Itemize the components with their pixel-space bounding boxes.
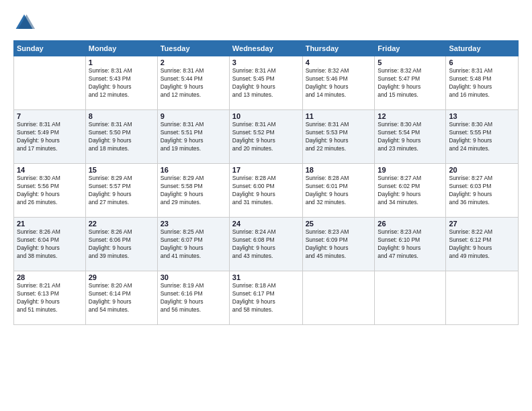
- day-number: 7: [17, 112, 83, 120]
- calendar-cell: [446, 271, 519, 325]
- logo: [13, 12, 38, 34]
- calendar-cell: 5Sunrise: 8:32 AMSunset: 5:47 PMDaylight…: [375, 56, 446, 110]
- calendar-cell: [14, 56, 86, 110]
- day-info: Sunrise: 8:19 AMSunset: 6:16 PMDaylight:…: [161, 282, 226, 314]
- day-number: 30: [161, 273, 226, 281]
- week-row-1: 1Sunrise: 8:31 AMSunset: 5:43 PMDaylight…: [14, 56, 519, 110]
- day-number: 16: [161, 166, 226, 174]
- day-info: Sunrise: 8:31 AMSunset: 5:49 PMDaylight:…: [17, 121, 83, 153]
- day-number: 13: [449, 112, 515, 120]
- calendar-cell: 22Sunrise: 8:26 AMSunset: 6:06 PMDayligh…: [85, 218, 157, 271]
- calendar-cell: 24Sunrise: 8:24 AMSunset: 6:08 PMDayligh…: [229, 218, 302, 271]
- day-info: Sunrise: 8:31 AMSunset: 5:50 PMDaylight:…: [89, 121, 154, 153]
- day-number: 25: [306, 220, 372, 228]
- day-number: 21: [17, 220, 83, 228]
- calendar-cell: 21Sunrise: 8:26 AMSunset: 6:04 PMDayligh…: [14, 218, 86, 271]
- day-info: Sunrise: 8:22 AMSunset: 6:12 PMDaylight:…: [449, 228, 515, 261]
- day-info: Sunrise: 8:23 AMSunset: 6:10 PMDaylight:…: [378, 228, 443, 261]
- day-number: 9: [161, 112, 226, 120]
- col-header-friday: Friday: [375, 41, 446, 56]
- day-number: 27: [449, 220, 515, 228]
- day-number: 4: [306, 58, 372, 66]
- days-header-row: SundayMondayTuesdayWednesdayThursdayFrid…: [14, 41, 519, 56]
- week-row-2: 7Sunrise: 8:31 AMSunset: 5:49 PMDaylight…: [14, 110, 519, 164]
- calendar-header: SundayMondayTuesdayWednesdayThursdayFrid…: [14, 41, 519, 56]
- day-number: 24: [232, 220, 300, 228]
- calendar-cell: 27Sunrise: 8:22 AMSunset: 6:12 PMDayligh…: [446, 218, 519, 271]
- day-info: Sunrise: 8:26 AMSunset: 6:04 PMDaylight:…: [17, 228, 83, 261]
- calendar-cell: 30Sunrise: 8:19 AMSunset: 6:16 PMDayligh…: [157, 271, 229, 325]
- day-number: 2: [161, 58, 226, 66]
- day-info: Sunrise: 8:29 AMSunset: 5:58 PMDaylight:…: [161, 175, 226, 207]
- day-number: 26: [378, 220, 443, 228]
- day-number: 5: [378, 58, 443, 66]
- calendar-cell: 13Sunrise: 8:30 AMSunset: 5:55 PMDayligh…: [446, 110, 519, 164]
- day-info: Sunrise: 8:28 AMSunset: 6:01 PMDaylight:…: [306, 175, 372, 207]
- week-row-5: 28Sunrise: 8:21 AMSunset: 6:13 PMDayligh…: [14, 271, 519, 325]
- day-info: Sunrise: 8:32 AMSunset: 5:46 PMDaylight:…: [306, 67, 372, 99]
- day-info: Sunrise: 8:24 AMSunset: 6:08 PMDaylight:…: [232, 228, 300, 261]
- day-info: Sunrise: 8:30 AMSunset: 5:55 PMDaylight:…: [449, 121, 515, 153]
- header: [13, 12, 519, 34]
- day-info: Sunrise: 8:31 AMSunset: 5:53 PMDaylight:…: [306, 121, 372, 153]
- calendar-cell: 16Sunrise: 8:29 AMSunset: 5:58 PMDayligh…: [157, 164, 229, 218]
- day-number: 12: [378, 112, 443, 120]
- col-header-tuesday: Tuesday: [157, 41, 229, 56]
- day-info: Sunrise: 8:32 AMSunset: 5:47 PMDaylight:…: [378, 67, 443, 99]
- calendar-cell: 26Sunrise: 8:23 AMSunset: 6:10 PMDayligh…: [375, 218, 446, 271]
- day-number: 10: [232, 112, 300, 120]
- col-header-thursday: Thursday: [302, 41, 375, 56]
- col-header-saturday: Saturday: [446, 41, 519, 56]
- calendar-cell: 10Sunrise: 8:31 AMSunset: 5:52 PMDayligh…: [229, 110, 302, 164]
- calendar-table: SundayMondayTuesdayWednesdayThursdayFrid…: [13, 40, 519, 325]
- day-info: Sunrise: 8:31 AMSunset: 5:43 PMDaylight:…: [89, 67, 154, 99]
- logo-icon: [13, 12, 35, 34]
- calendar-cell: 15Sunrise: 8:29 AMSunset: 5:57 PMDayligh…: [85, 164, 157, 218]
- calendar-cell: 28Sunrise: 8:21 AMSunset: 6:13 PMDayligh…: [14, 271, 86, 325]
- day-info: Sunrise: 8:28 AMSunset: 6:00 PMDaylight:…: [232, 175, 300, 207]
- day-info: Sunrise: 8:25 AMSunset: 6:07 PMDaylight:…: [161, 228, 226, 261]
- day-info: Sunrise: 8:27 AMSunset: 6:03 PMDaylight:…: [449, 175, 515, 207]
- calendar-cell: 20Sunrise: 8:27 AMSunset: 6:03 PMDayligh…: [446, 164, 519, 218]
- day-info: Sunrise: 8:31 AMSunset: 5:52 PMDaylight:…: [232, 121, 300, 153]
- day-info: Sunrise: 8:26 AMSunset: 6:06 PMDaylight:…: [89, 228, 154, 261]
- day-info: Sunrise: 8:27 AMSunset: 6:02 PMDaylight:…: [378, 175, 443, 207]
- calendar-cell: 19Sunrise: 8:27 AMSunset: 6:02 PMDayligh…: [375, 164, 446, 218]
- day-info: Sunrise: 8:31 AMSunset: 5:48 PMDaylight:…: [449, 67, 515, 99]
- week-row-4: 21Sunrise: 8:26 AMSunset: 6:04 PMDayligh…: [14, 218, 519, 271]
- calendar-cell: [375, 271, 446, 325]
- calendar-cell: 29Sunrise: 8:20 AMSunset: 6:14 PMDayligh…: [85, 271, 157, 325]
- calendar-cell: 12Sunrise: 8:30 AMSunset: 5:54 PMDayligh…: [375, 110, 446, 164]
- day-number: 1: [89, 58, 154, 66]
- day-number: 11: [306, 112, 372, 120]
- day-number: 31: [232, 273, 300, 281]
- calendar-cell: 2Sunrise: 8:31 AMSunset: 5:44 PMDaylight…: [157, 56, 229, 110]
- day-info: Sunrise: 8:31 AMSunset: 5:44 PMDaylight:…: [161, 67, 226, 99]
- calendar-cell: 14Sunrise: 8:30 AMSunset: 5:56 PMDayligh…: [14, 164, 86, 218]
- day-number: 28: [17, 273, 83, 281]
- day-info: Sunrise: 8:23 AMSunset: 6:09 PMDaylight:…: [306, 228, 372, 261]
- day-number: 6: [449, 58, 515, 66]
- day-info: Sunrise: 8:21 AMSunset: 6:13 PMDaylight:…: [17, 282, 83, 314]
- day-number: 14: [17, 166, 83, 174]
- calendar-cell: 4Sunrise: 8:32 AMSunset: 5:46 PMDaylight…: [302, 56, 375, 110]
- page: SundayMondayTuesdayWednesdayThursdayFrid…: [0, 0, 532, 411]
- day-info: Sunrise: 8:18 AMSunset: 6:17 PMDaylight:…: [232, 282, 300, 314]
- calendar-cell: 11Sunrise: 8:31 AMSunset: 5:53 PMDayligh…: [302, 110, 375, 164]
- col-header-monday: Monday: [85, 41, 157, 56]
- day-info: Sunrise: 8:29 AMSunset: 5:57 PMDaylight:…: [89, 175, 154, 207]
- calendar-cell: 18Sunrise: 8:28 AMSunset: 6:01 PMDayligh…: [302, 164, 375, 218]
- day-number: 8: [89, 112, 154, 120]
- col-header-wednesday: Wednesday: [229, 41, 302, 56]
- day-number: 29: [89, 273, 154, 281]
- calendar-cell: 1Sunrise: 8:31 AMSunset: 5:43 PMDaylight…: [85, 56, 157, 110]
- day-number: 18: [306, 166, 372, 174]
- calendar-cell: 23Sunrise: 8:25 AMSunset: 6:07 PMDayligh…: [157, 218, 229, 271]
- day-info: Sunrise: 8:20 AMSunset: 6:14 PMDaylight:…: [89, 282, 154, 314]
- day-number: 3: [232, 58, 300, 66]
- calendar-cell: 31Sunrise: 8:18 AMSunset: 6:17 PMDayligh…: [229, 271, 302, 325]
- day-number: 22: [89, 220, 154, 228]
- calendar-cell: 9Sunrise: 8:31 AMSunset: 5:51 PMDaylight…: [157, 110, 229, 164]
- day-info: Sunrise: 8:31 AMSunset: 5:45 PMDaylight:…: [232, 67, 300, 99]
- calendar-cell: [302, 271, 375, 325]
